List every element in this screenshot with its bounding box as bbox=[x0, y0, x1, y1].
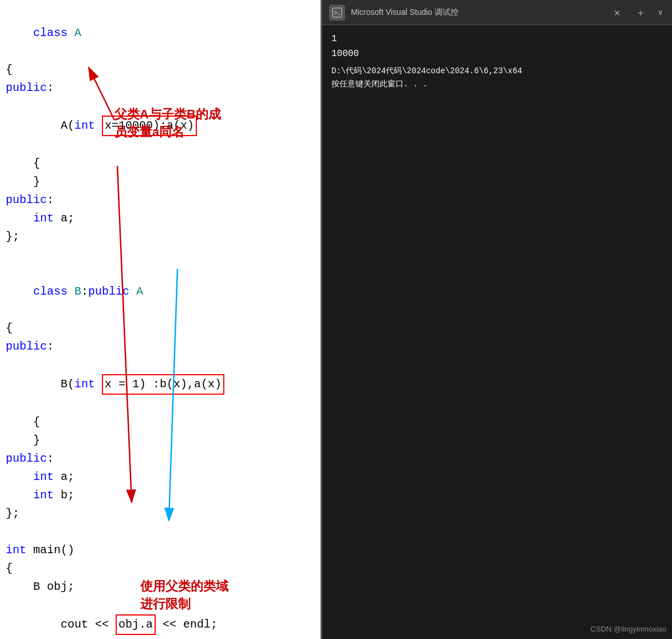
code-line-23: { bbox=[6, 559, 321, 578]
code-line-3: public: bbox=[6, 79, 321, 97]
terminal-chevron[interactable]: ∨ bbox=[656, 7, 665, 17]
terminal-titlebar: Microsoft Visual Studio 调试控 ✕ ＋ ∨ bbox=[322, 0, 672, 25]
code-line-1: class A bbox=[6, 6, 321, 61]
annotation-same-name: 父类A与子类B的成 员变量a同名 bbox=[114, 106, 221, 141]
code-line-7: public: bbox=[6, 191, 321, 209]
code-line-6: } bbox=[6, 173, 321, 191]
code-line-5: { bbox=[6, 154, 321, 173]
code-line-10 bbox=[6, 246, 321, 264]
code-line-18: int a; bbox=[6, 468, 321, 486]
kw-class: class bbox=[33, 26, 74, 39]
terminal-title-text: Microsoft Visual Studio 调试控 bbox=[351, 7, 604, 18]
code-panel: class A { public: A(int x=10000):a(x) { … bbox=[0, 0, 321, 639]
code-line-2: { bbox=[6, 61, 321, 79]
code-line-9: }; bbox=[6, 228, 321, 246]
highlight-obj-a: obj.a bbox=[116, 614, 156, 635]
highlight-constructor-b: x = 1) :b(x),a(x) bbox=[102, 374, 224, 395]
code-line-11: class B:public A bbox=[6, 264, 321, 319]
code-line-15: { bbox=[6, 413, 321, 431]
terminal-icon bbox=[329, 5, 345, 21]
terminal-plus-button[interactable]: ＋ bbox=[631, 6, 650, 19]
output-line-1: 1 bbox=[331, 32, 663, 47]
code-line-21 bbox=[6, 523, 321, 541]
code-line-22: int main() bbox=[6, 541, 321, 559]
watermark: CSDN @lingyinmoxiao bbox=[591, 625, 666, 633]
terminal-press-key: 按任意键关闭此窗口. . . bbox=[331, 78, 663, 90]
code-line-8: int a; bbox=[6, 209, 321, 228]
code-line-12: { bbox=[6, 319, 321, 338]
code-line-14: B(int x = 1) :b(x),a(x) bbox=[6, 356, 321, 413]
terminal-panel: Microsoft Visual Studio 调试控 ✕ ＋ ∨ 1 1000… bbox=[321, 0, 672, 639]
cls-A: A bbox=[74, 26, 81, 39]
terminal-close-button[interactable]: ✕ bbox=[610, 6, 625, 19]
code-line-16: } bbox=[6, 431, 321, 450]
code-line-20: }; bbox=[6, 505, 321, 523]
annotation-scope-limit: 使用父类的类域 进行限制 bbox=[140, 578, 228, 613]
terminal-path: D:\代码\2024代码\2024code\2024.6\6,23\x64 bbox=[331, 65, 663, 77]
output-line-2: 10000 bbox=[331, 47, 663, 62]
terminal-body: 1 10000 D:\代码\2024代码\2024code\2024.6\6,2… bbox=[322, 25, 672, 97]
code-line-19: int b; bbox=[6, 486, 321, 505]
code-line-13: public: bbox=[6, 338, 321, 356]
code-line-17: public: bbox=[6, 450, 321, 468]
